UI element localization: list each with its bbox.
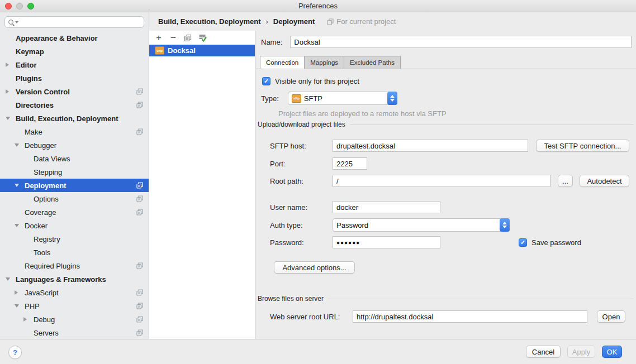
breadcrumb-section[interactable]: Build, Execution, Deployment bbox=[158, 17, 260, 26]
visible-only-checkbox[interactable]: ✓ bbox=[262, 77, 270, 85]
sidebar-item-make[interactable]: Make bbox=[0, 125, 149, 138]
search-input[interactable] bbox=[21, 18, 140, 26]
sidebar-item-label: Required Plugins bbox=[25, 262, 80, 270]
password-input[interactable] bbox=[333, 236, 440, 248]
remove-server-button[interactable]: − bbox=[169, 31, 177, 45]
sidebar-item-languages-frameworks[interactable]: Languages & Frameworks bbox=[0, 272, 149, 286]
tab-connection[interactable]: Connection bbox=[260, 56, 305, 69]
per-project-icon bbox=[136, 195, 143, 202]
chevron-right-icon[interactable] bbox=[6, 89, 16, 94]
browse-group-label: Browse files on server bbox=[258, 295, 324, 303]
test-sftp-connection-button[interactable]: Test SFTP connection... bbox=[536, 140, 629, 152]
sidebar-item-label: Deployment bbox=[25, 181, 66, 190]
name-label: Name: bbox=[261, 38, 282, 46]
sidebar-item-label: Make bbox=[25, 128, 42, 136]
sidebar-item-label: Languages & Frameworks bbox=[16, 275, 106, 284]
title-bar: Preferences bbox=[0, 0, 636, 12]
sidebar-item-plugins[interactable]: Plugins bbox=[0, 71, 149, 85]
sftp-host-label: SFTP host: bbox=[270, 142, 333, 150]
dropdown-stepper-icon[interactable] bbox=[387, 92, 397, 105]
type-dropdown[interactable]: sftp SFTP bbox=[288, 92, 397, 105]
sidebar-item-build-execution-deployment[interactable]: Build, Execution, Deployment bbox=[0, 112, 149, 125]
sidebar-item-label: Options bbox=[34, 195, 59, 203]
sidebar-item-docker[interactable]: Docker bbox=[0, 219, 149, 232]
server-list-toolbar: + − bbox=[149, 31, 255, 45]
sidebar-item-label: Debugger bbox=[25, 141, 56, 150]
per-project-icon bbox=[136, 303, 143, 309]
tab-strip: ConnectionMappingsExcluded Paths bbox=[260, 56, 401, 69]
sidebar-item-tools[interactable]: Tools bbox=[0, 246, 149, 259]
sidebar-item-version-control[interactable]: Version Control bbox=[0, 85, 149, 98]
sidebar-item-required-plugins[interactable]: Required Plugins bbox=[0, 259, 149, 272]
chevron-right-icon[interactable] bbox=[6, 63, 16, 67]
sidebar-item-servers[interactable]: Servers bbox=[0, 326, 149, 339]
sidebar-item-stepping[interactable]: Stepping bbox=[0, 165, 149, 179]
sidebar-item-label: Debug bbox=[34, 315, 55, 324]
root-path-label: Root path: bbox=[270, 177, 333, 185]
add-server-button[interactable]: + bbox=[155, 31, 163, 45]
copy-server-button[interactable] bbox=[184, 34, 192, 42]
root-path-input[interactable] bbox=[333, 175, 550, 187]
use-as-default-button[interactable] bbox=[198, 34, 207, 42]
advanced-options-button[interactable]: Advanced options... bbox=[274, 261, 355, 274]
sidebar-item-directories[interactable]: Directories bbox=[0, 98, 149, 112]
browse-root-path-button[interactable]: ... bbox=[558, 175, 573, 187]
sidebar-item-keymap[interactable]: Keymap bbox=[0, 45, 149, 58]
port-input[interactable] bbox=[333, 157, 367, 170]
sidebar-item-registry[interactable]: Registry bbox=[0, 232, 149, 246]
chevron-down-icon[interactable] bbox=[15, 143, 25, 147]
open-button[interactable]: Open bbox=[597, 310, 625, 323]
tab-excluded-paths[interactable]: Excluded Paths bbox=[344, 56, 400, 69]
sidebar-item-label: Registry bbox=[34, 235, 60, 243]
sidebar-item-javascript[interactable]: JavaScript bbox=[0, 286, 149, 299]
settings-tree: Appearance & BehaviorKeymapEditorPlugins… bbox=[0, 31, 149, 339]
user-name-label: User name: bbox=[270, 203, 333, 212]
sidebar-item-debug[interactable]: Debug bbox=[0, 313, 149, 326]
sidebar-item-options[interactable]: Options bbox=[0, 192, 149, 205]
auth-type-value: Password bbox=[336, 221, 497, 229]
tab-mappings[interactable]: Mappings bbox=[305, 56, 344, 69]
search-filter-caret-icon[interactable] bbox=[15, 21, 18, 23]
zoom-window-button[interactable] bbox=[27, 3, 34, 9]
per-project-icon bbox=[136, 289, 143, 296]
upload-group-header: Upload/download project files bbox=[258, 121, 634, 128]
apply-button[interactable]: Apply bbox=[567, 346, 595, 358]
search-icon bbox=[8, 20, 13, 25]
sidebar-item-appearance-behavior[interactable]: Appearance & Behavior bbox=[0, 31, 149, 45]
help-button[interactable]: ? bbox=[8, 346, 22, 359]
sidebar-item-debugger[interactable]: Debugger bbox=[0, 138, 149, 152]
name-input[interactable] bbox=[290, 36, 632, 48]
chevron-down-icon[interactable] bbox=[15, 304, 25, 308]
settings-search-box[interactable] bbox=[4, 16, 144, 28]
chevron-right-icon[interactable] bbox=[23, 317, 34, 322]
sidebar-item-data-views[interactable]: Data Views bbox=[0, 152, 149, 165]
port-label: Port: bbox=[270, 160, 333, 168]
sidebar-item-deployment[interactable]: Deployment bbox=[0, 179, 149, 192]
dropdown-stepper-icon[interactable] bbox=[500, 218, 510, 232]
chevron-down-icon[interactable] bbox=[15, 224, 25, 227]
sidebar-item-label: PHP bbox=[25, 302, 40, 310]
password-label: Password: bbox=[270, 238, 333, 247]
ok-button[interactable]: OK bbox=[602, 346, 622, 358]
chevron-right-icon[interactable] bbox=[15, 290, 25, 295]
chevron-down-icon[interactable] bbox=[6, 277, 16, 281]
web-root-input[interactable] bbox=[353, 310, 587, 323]
per-project-icon bbox=[136, 209, 143, 215]
cancel-button[interactable]: Cancel bbox=[526, 346, 561, 358]
sidebar-item-editor[interactable]: Editor bbox=[0, 58, 149, 71]
server-list-item-docksal[interactable]: sftp Docksal bbox=[149, 45, 255, 56]
minimize-window-button[interactable] bbox=[16, 3, 23, 9]
save-password-checkbox[interactable]: ✓ bbox=[519, 238, 527, 247]
chevron-down-icon[interactable] bbox=[6, 117, 16, 120]
sidebar-item-php[interactable]: PHP bbox=[0, 299, 149, 313]
autodetect-button[interactable]: Autodetect bbox=[580, 175, 629, 187]
window-title: Preferences bbox=[298, 2, 338, 10]
sidebar-item-coverage[interactable]: Coverage bbox=[0, 205, 149, 219]
user-name-input[interactable] bbox=[333, 201, 440, 213]
close-window-button[interactable] bbox=[5, 3, 12, 9]
chevron-down-icon[interactable] bbox=[15, 184, 25, 187]
auth-type-dropdown[interactable]: Password bbox=[333, 218, 510, 232]
group-divider bbox=[328, 299, 634, 299]
tab-divider bbox=[255, 69, 636, 69]
sftp-host-input[interactable] bbox=[333, 140, 528, 152]
